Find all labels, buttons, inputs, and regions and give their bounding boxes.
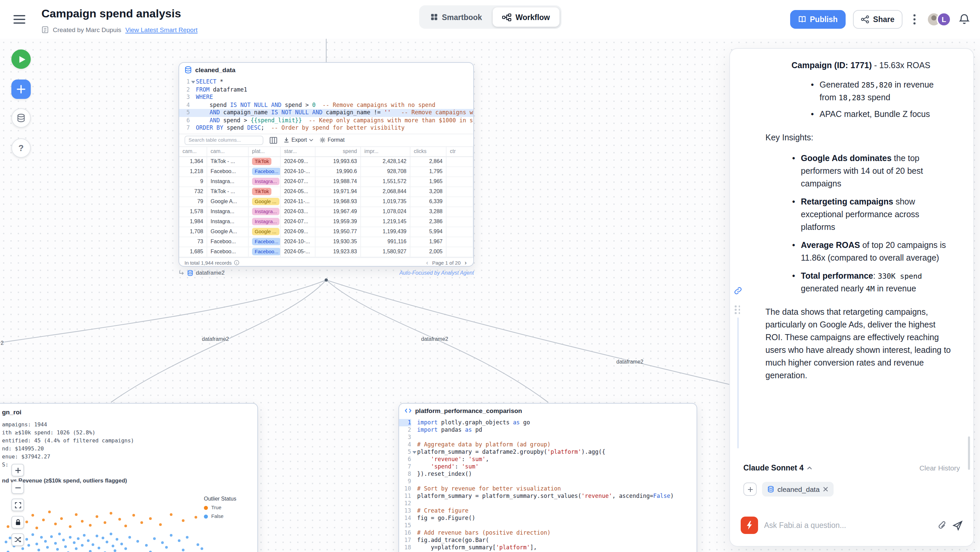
table-row[interactable]: 1,984Instagra...Instagra...2024-07...19,… xyxy=(179,217,473,227)
drag-handle-icon[interactable] xyxy=(735,305,740,314)
sql-editor[interactable]: 1SELECT *2FROM dataframe13WHERE4 spend I… xyxy=(179,77,473,133)
table-cell: 1,984 xyxy=(179,217,207,226)
table-row[interactable]: 732TikTok - ...TikTok2024-05...19,971.94… xyxy=(179,187,473,197)
view-mode-toggle: Smartbook Workflow xyxy=(419,5,561,29)
created-by-text: Created by Marc Dupuis xyxy=(53,26,121,33)
scatter-point xyxy=(65,545,67,548)
column-header[interactable]: cam... xyxy=(179,147,207,156)
column-header[interactable]: spend xyxy=(315,147,361,156)
table-row[interactable]: 1,364TikTok - ...TikTok2024-09...19,993.… xyxy=(179,157,473,167)
tab-smartbook[interactable]: Smartbook xyxy=(421,7,492,27)
help-button[interactable]: ? xyxy=(11,138,31,158)
tab-workflow[interactable]: Workflow xyxy=(493,7,559,27)
close-icon[interactable] xyxy=(823,487,828,492)
legend-item[interactable]: False xyxy=(204,513,251,519)
table-row[interactable]: 9Instagra...Instagra...2024-07...19,988.… xyxy=(179,177,473,187)
canvas-zoom-controls xyxy=(11,464,24,546)
column-header[interactable]: star... xyxy=(281,147,315,156)
menu-icon[interactable] xyxy=(13,15,25,24)
node-platform-performance[interactable]: platform_performance_comparison 1import … xyxy=(398,403,697,552)
legend-item[interactable]: True xyxy=(204,504,251,511)
chevron-up-icon xyxy=(807,466,812,469)
column-header[interactable]: plat... xyxy=(249,147,281,156)
collaborator-avatars[interactable]: L xyxy=(926,12,951,27)
output-dataframe-label[interactable]: dataframe2 xyxy=(196,269,224,276)
column-header[interactable]: cam... xyxy=(207,147,249,156)
columns-icon[interactable] xyxy=(269,136,277,144)
auto-focus-note: Auto-Focused by Analyst Agent xyxy=(399,270,474,276)
scatter-point xyxy=(48,511,51,513)
scatter-point xyxy=(153,537,156,540)
zoom-in-button[interactable] xyxy=(11,464,24,476)
prev-page-icon[interactable]: ‹ xyxy=(425,259,430,266)
run-all-button[interactable] xyxy=(11,49,31,69)
platform-badge: Instagra... xyxy=(252,208,280,215)
table-row[interactable]: 1,218Faceboo...Faceboo...2024-10-...19,9… xyxy=(179,167,473,177)
line-number: 6 xyxy=(399,456,411,463)
table-cell: 928,708 xyxy=(361,167,410,176)
publish-button[interactable]: Publish xyxy=(790,10,846,29)
notifications-bell-icon[interactable] xyxy=(959,13,970,25)
fit-view-button[interactable] xyxy=(11,498,24,511)
column-header[interactable]: ctr xyxy=(447,147,473,156)
table-cell: 1,685 xyxy=(179,247,207,256)
format-button[interactable]: Format xyxy=(320,137,345,143)
data-sources-button[interactable] xyxy=(11,108,31,128)
column-header[interactable]: impr... xyxy=(361,147,410,156)
latest-smart-report-link[interactable]: View Latest Smart Report xyxy=(125,26,197,33)
info-icon[interactable] xyxy=(234,260,240,265)
share-button[interactable]: Share xyxy=(853,10,902,29)
link-icon[interactable] xyxy=(734,287,742,295)
line-number: 15 xyxy=(399,522,411,529)
platform-badge: Instagra... xyxy=(252,218,280,225)
add-cell-button[interactable] xyxy=(11,80,31,99)
table-row[interactable]: 73Faceboo...Faceboo...2024-10-...19,930.… xyxy=(179,237,473,247)
table-row[interactable]: 1,685Faceboo...Faceboo...2024-05-...19,9… xyxy=(179,247,473,257)
table-header-row: cam...cam...plat...star...spendimpr...cl… xyxy=(179,147,473,157)
zoom-out-button[interactable] xyxy=(11,481,24,494)
scatter-point xyxy=(124,548,127,550)
scatter-point xyxy=(7,526,10,528)
node-campaign-roi[interactable]: gn_roi ampaigns: 1944ith ≥$10k spend: 10… xyxy=(0,403,258,552)
model-selector[interactable]: Claude Sonnet 4 xyxy=(743,464,812,472)
table-cell: 2,864 xyxy=(410,157,447,166)
chat-message-area[interactable]: Campaign (ID: 1771) - 15.63x ROASGenerat… xyxy=(730,49,968,459)
export-button[interactable]: Export xyxy=(283,137,313,143)
next-page-icon[interactable]: › xyxy=(463,259,468,266)
table-row[interactable]: 1,578Instagra...Instagra...2024-03...19,… xyxy=(179,207,473,217)
table-cell: Faceboo... xyxy=(249,247,281,256)
context-chip-cleaned-data[interactable]: cleaned_data xyxy=(762,482,834,496)
code-line: 8}).reset_index() xyxy=(399,471,697,478)
code-line: 10# Sort by revenue for better visualiza… xyxy=(399,485,697,493)
node-cleaned-data[interactable]: cleaned_data 1SELECT *2FROM dataframe13W… xyxy=(178,62,474,267)
play-icon xyxy=(19,56,25,62)
avatar: L xyxy=(937,12,951,27)
table-row[interactable]: 79Google A...Google ...2024-11-...19,968… xyxy=(179,197,473,207)
table-row[interactable]: 1,708Google A...Google ...2024-09...19,9… xyxy=(179,227,473,237)
fold-chevron-icon[interactable] xyxy=(411,449,417,456)
add-context-button[interactable] xyxy=(743,482,757,496)
table-search-input[interactable] xyxy=(185,137,263,143)
chat-input[interactable] xyxy=(764,521,932,529)
more-options-icon[interactable] xyxy=(910,13,919,25)
table-cell: 19,990.6 xyxy=(315,167,361,176)
table-search[interactable] xyxy=(185,135,263,145)
line-number: 4 xyxy=(179,101,190,109)
table-cell xyxy=(447,207,473,216)
auto-layout-button[interactable] xyxy=(11,533,24,546)
scatter-plot[interactable] xyxy=(2,505,208,552)
fold-chevron-icon[interactable] xyxy=(190,78,196,86)
code-line: 12 xyxy=(399,500,697,507)
python-editor[interactable]: 1import plotly.graph_objects as go2impor… xyxy=(399,418,697,552)
dataframe-icon xyxy=(187,270,193,276)
send-icon[interactable] xyxy=(953,520,963,530)
lock-layout-button[interactable] xyxy=(11,516,24,529)
column-header[interactable]: clicks xyxy=(410,147,447,156)
clear-history-button[interactable]: Clear History xyxy=(920,464,960,472)
code-line: 5 AND campaign_name IS NOT NULL AND camp… xyxy=(179,109,473,117)
console-line: ampaigns: 1944 xyxy=(2,421,258,429)
table-cell: 2,005 xyxy=(410,247,447,256)
node-title: cleaned_data xyxy=(195,66,235,73)
paperclip-icon[interactable] xyxy=(938,520,947,530)
chat-scrollbar[interactable] xyxy=(968,436,970,470)
